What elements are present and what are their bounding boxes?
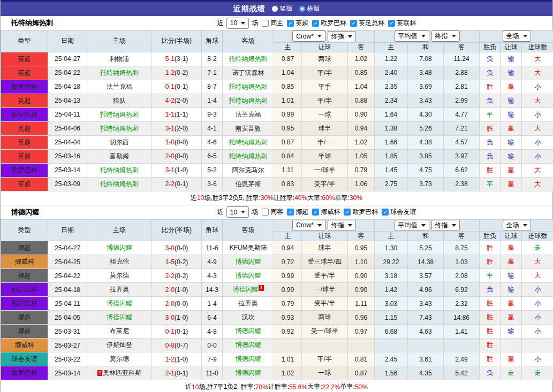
home-team: 伊斯灿登 bbox=[87, 339, 152, 352]
final-odds-select-2[interactable]: 终指 bbox=[431, 220, 460, 231]
score: 2-0(0-0) bbox=[152, 149, 202, 163]
final-odds-select-2[interactable]: 终指 bbox=[431, 30, 460, 42]
same-venue-checkbox[interactable] bbox=[262, 20, 269, 27]
result-winloss: 胜 bbox=[480, 80, 501, 94]
match-row: 欧罗巴杯25-04-11博德闪耀2-0(0-0)1-4拉齐奥0.79受平/半1.… bbox=[1, 297, 553, 311]
home-team-name: 托特纳姆热刺 bbox=[100, 125, 139, 132]
halftime-score: (0-0) bbox=[175, 152, 188, 160]
odds-home: 0.99 bbox=[274, 283, 302, 297]
result-winloss: 负 bbox=[480, 283, 501, 297]
away-team-name: 汉坎 bbox=[242, 313, 255, 321]
final-odds-select-1[interactable]: 终指 bbox=[328, 31, 356, 42]
avg-away: 2.38 bbox=[444, 177, 480, 191]
avg-away: 14.86 bbox=[444, 311, 480, 325]
away-team-name: 托特纳姆热刺 bbox=[229, 97, 268, 104]
odds-home: 1.01 bbox=[274, 352, 302, 366]
away-team-name: 博德闪耀 bbox=[236, 272, 261, 279]
result-handicap: 输 bbox=[501, 66, 522, 80]
odds-away: 0.90 bbox=[348, 107, 375, 121]
league-checkbox-1[interactable]: ✓ bbox=[287, 20, 294, 27]
odds-source-select[interactable]: Crow* bbox=[292, 30, 325, 42]
home-team-name: 托特纳姆热刺 bbox=[100, 166, 139, 174]
result-winloss: 平 bbox=[480, 177, 501, 191]
result-handicap: 赢 bbox=[501, 241, 522, 255]
match-row: 英超25-04-27利物浦5-1(3-1)8-2托特纳姆热刺0.87两球1.02… bbox=[1, 52, 553, 66]
avg-home: 6.68 bbox=[375, 325, 408, 339]
league-checkbox-4[interactable]: ✓ bbox=[382, 209, 389, 216]
result-winloss: 胜 bbox=[480, 297, 501, 311]
match-row: 挪威杯25-04-25祖克伦1-5(0-2)4-9博德闪耀0.72受三球半/四1… bbox=[1, 255, 553, 269]
full-match-select[interactable]: 全场 bbox=[503, 220, 531, 231]
home-team-name: 奥林匹亚科斯 bbox=[103, 369, 141, 376]
sub-col-header: 客 bbox=[348, 232, 375, 241]
odds-source-group-header: Crow*终指 bbox=[274, 30, 375, 43]
same-venue-checkbox[interactable] bbox=[262, 209, 269, 216]
summary-part: 大率: bbox=[307, 194, 322, 203]
league-badge: 挪超 bbox=[1, 311, 48, 325]
result-goals: 走 bbox=[522, 241, 553, 255]
odds-home: 0.99 bbox=[274, 269, 302, 283]
avg-draw: 7.43 bbox=[408, 311, 444, 325]
odds-home: 1.11 bbox=[274, 163, 302, 177]
league-checkbox-1[interactable]: ✓ bbox=[287, 209, 294, 216]
halftime-score: (2-0) bbox=[175, 125, 188, 132]
league-checkbox-2[interactable]: ✓ bbox=[312, 209, 319, 216]
odds-handicap: 球半 bbox=[302, 241, 348, 255]
odds-source-select[interactable]: Crow* bbox=[292, 220, 325, 231]
final-odds-select-1[interactable]: 终指 bbox=[328, 220, 356, 231]
halftime-score: (0-7) bbox=[175, 342, 188, 349]
match-date: 25-04-11 bbox=[48, 107, 87, 121]
result-goals: 大 bbox=[522, 177, 553, 191]
match-count-select[interactable]: 10 bbox=[226, 206, 249, 218]
odds-away: 0.88 bbox=[348, 94, 375, 107]
average-odds-select[interactable]: 平均值 bbox=[395, 30, 429, 42]
summary-part: 单率: bbox=[340, 382, 355, 391]
layout-radio-horizontal[interactable]: 横版 bbox=[299, 4, 320, 13]
full-match-select[interactable]: 全场 bbox=[503, 30, 531, 42]
home-team: 托特纳姆热刺 bbox=[87, 163, 152, 177]
away-team: 汉坎 bbox=[223, 311, 274, 325]
filter-controls: 近10场同客✓挪超✓挪威杯✓欧罗巴杯✓球会友谊 bbox=[137, 206, 416, 218]
result-handicap: 赢 bbox=[501, 163, 522, 177]
final-odds-select-1-value: 终指 bbox=[331, 32, 344, 41]
sub-col-header: 让球 bbox=[302, 42, 348, 52]
halftime-score: (0-2) bbox=[175, 69, 188, 76]
result-handicap: 输 bbox=[501, 107, 522, 121]
result-winloss: 负 bbox=[480, 149, 501, 163]
score: 1-5(0-2) bbox=[152, 255, 202, 269]
chevron-down-icon bbox=[348, 35, 352, 38]
match-date: 25-04-22 bbox=[48, 66, 87, 80]
summary-part: 单率: bbox=[335, 194, 350, 203]
league-checkbox-3[interactable]: ✓ bbox=[344, 209, 351, 216]
match-row: 挪超25-04-22莫尔德2-2(0-2)4-3博德闪耀0.99受平/半0.90… bbox=[1, 269, 553, 283]
summary-part: 让胜率: bbox=[268, 382, 289, 391]
avg-home: 1.66 bbox=[375, 135, 408, 149]
layout-radio-vertical[interactable]: 竖版 bbox=[272, 4, 293, 13]
score: 1-2(1-0) bbox=[152, 352, 202, 366]
result-winloss: 胜 bbox=[480, 352, 501, 366]
odds-handicap: 一/球半 bbox=[302, 283, 348, 297]
home-team-name: 切尔西 bbox=[110, 139, 129, 146]
odds-away: 0.85 bbox=[348, 66, 375, 80]
odds-away: 1.02 bbox=[348, 52, 375, 66]
home-team-name: 托特纳姆热刺 bbox=[100, 180, 139, 188]
odds-away: 1.10 bbox=[348, 255, 375, 269]
match-date: 25-03-27 bbox=[48, 339, 87, 352]
odds-home: 0.87 bbox=[274, 135, 302, 149]
league-checkbox-3[interactable]: ✓ bbox=[350, 20, 357, 27]
avg-away: 8.75 bbox=[444, 241, 480, 255]
league-checkbox-2[interactable]: ✓ bbox=[312, 20, 319, 27]
corner-score: 4-1 bbox=[202, 121, 223, 135]
fulltime-score: 1-0 bbox=[165, 139, 175, 146]
result-goals: 小 bbox=[522, 311, 553, 325]
match-row: 英超25-04-22托特纳姆热刺1-2(0-2)7-1诺丁汉森林1.04平/半0… bbox=[1, 66, 553, 80]
league-checkbox-4[interactable]: ✓ bbox=[388, 20, 395, 27]
avg-draw: 3.43 bbox=[408, 94, 444, 107]
average-odds-select[interactable]: 平均值 bbox=[395, 220, 429, 231]
team-section-1: 托特纳姆热刺近10场同主✓英超✓欧罗巴杯✓英足总杯✓英联杯类型日期主场比分(半场… bbox=[1, 16, 552, 205]
away-team-name: 托特纳姆热刺 bbox=[229, 55, 268, 63]
summary-part: 让胜率: bbox=[274, 194, 294, 203]
sub-col-header: 进球数 bbox=[522, 42, 553, 52]
match-count-select[interactable]: 10 bbox=[226, 18, 249, 29]
halftime-score: (0-1) bbox=[175, 370, 188, 377]
